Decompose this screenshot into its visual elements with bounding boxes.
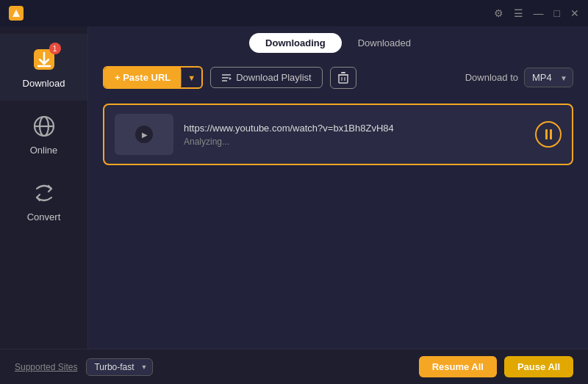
convert-nav-icon	[30, 179, 58, 207]
tab-downloaded[interactable]: Downloaded	[342, 33, 427, 53]
sidebar-item-download[interactable]: 1 Download	[0, 34, 87, 101]
thumb-play-icon	[135, 126, 153, 143]
paste-url-main[interactable]: + Paste URL	[104, 68, 181, 87]
format-selector-wrapper: MP4 MKV AVI MP3 AAC	[524, 68, 573, 87]
settings-icon[interactable]: ⚙	[494, 7, 503, 19]
maximize-btn[interactable]: □	[554, 7, 560, 19]
menu-icon[interactable]: ☰	[514, 7, 523, 19]
toolbar: + Paste URL ▼ Download Playlist	[88, 59, 588, 96]
toolbar-right: Download to MP4 MKV AVI MP3 AAC	[465, 68, 573, 87]
sidebar-convert-label: Convert	[27, 211, 61, 222]
playlist-icon	[221, 73, 232, 83]
minimize-btn[interactable]: —	[534, 7, 544, 19]
format-select[interactable]: MP4 MKV AVI MP3 AAC	[524, 68, 573, 87]
sidebar: 1 Download Online	[0, 26, 88, 349]
download-item: https://www.youtube.com/watch?v=bx1Bh8Zv…	[103, 104, 573, 165]
close-btn[interactable]: ✕	[570, 7, 579, 19]
download-playlist-label: Download Playlist	[236, 72, 312, 83]
resume-all-button[interactable]: Resume All	[419, 356, 497, 377]
sidebar-download-label: Download	[23, 78, 65, 89]
download-to-label: Download to	[465, 72, 518, 83]
pause-button[interactable]	[535, 121, 562, 148]
download-badge: 1	[49, 43, 61, 54]
main-layout: 1 Download Online	[0, 26, 588, 349]
trash-icon	[338, 72, 348, 84]
sidebar-online-label: Online	[30, 145, 58, 156]
paste-url-dropdown[interactable]: ▼	[181, 69, 201, 87]
tab-downloading[interactable]: Downloading	[249, 33, 342, 53]
sidebar-item-online[interactable]: Online	[0, 101, 87, 167]
delete-button[interactable]	[330, 67, 356, 89]
svg-rect-11	[339, 75, 348, 83]
svg-marker-0	[12, 10, 20, 17]
sidebar-item-convert[interactable]: Convert	[0, 167, 87, 234]
online-nav-icon	[30, 112, 58, 140]
download-playlist-button[interactable]: Download Playlist	[210, 67, 323, 88]
bottom-bar-right: Resume All Pause All	[419, 356, 573, 377]
speed-select[interactable]: Turbo-fast Fast Normal	[86, 358, 153, 376]
video-status: Analyzing...	[184, 137, 525, 147]
bottom-bar: Supported Sites Turbo-fast Fast Normal R…	[0, 349, 588, 384]
title-bar-controls: ⚙ ☰ — □ ✕	[494, 7, 579, 19]
download-nav-icon: 1	[30, 46, 58, 73]
tabs-bar: Downloading Downloaded	[88, 26, 588, 59]
title-bar: ⚙ ☰ — □ ✕	[0, 0, 588, 26]
content-area: Downloading Downloaded + Paste URL ▼ Dow…	[88, 26, 588, 349]
download-list: https://www.youtube.com/watch?v=bx1Bh8Zv…	[88, 96, 588, 349]
pause-icon	[545, 129, 552, 140]
title-bar-left	[9, 6, 24, 21]
svg-marker-10	[229, 77, 232, 80]
supported-sites-link[interactable]: Supported Sites	[15, 362, 77, 372]
video-info: https://www.youtube.com/watch?v=bx1Bh8Zv…	[184, 123, 525, 147]
video-thumbnail	[115, 114, 173, 155]
speed-select-wrapper: Turbo-fast Fast Normal	[86, 358, 153, 376]
app-icon	[9, 6, 24, 21]
pause-all-button[interactable]: Pause All	[504, 356, 573, 377]
video-url: https://www.youtube.com/watch?v=bx1Bh8Zv…	[184, 123, 525, 134]
paste-url-button[interactable]: + Paste URL ▼	[103, 66, 203, 89]
